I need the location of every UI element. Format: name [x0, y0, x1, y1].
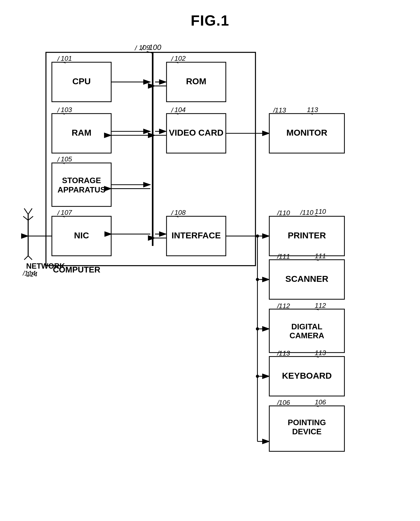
svg-text:/: / [277, 349, 280, 357]
svg-text:110: 110 [315, 208, 326, 215]
svg-text:POINTING: POINTING [288, 418, 326, 427]
svg-text:111: 111 [279, 253, 290, 260]
svg-point-33 [256, 327, 259, 330]
svg-rect-42 [269, 309, 345, 352]
svg-line-49 [28, 216, 33, 220]
svg-text:111: 111 [315, 252, 326, 260]
svg-text:COMPUTER: COMPUTER [53, 265, 100, 274]
svg-rect-12 [52, 216, 111, 256]
svg-rect-39 [269, 113, 345, 153]
svg-text:/: / [22, 269, 25, 277]
svg-line-47 [28, 208, 32, 214]
svg-text:113: 113 [279, 349, 290, 357]
svg-text:114: 114 [24, 269, 36, 277]
svg-text:/: / [171, 209, 174, 217]
svg-text:STORAGE: STORAGE [62, 176, 101, 185]
svg-text:/: / [57, 156, 60, 163]
svg-line-85 [175, 216, 178, 217]
svg-text:112: 112 [315, 302, 326, 309]
svg-rect-7 [52, 62, 111, 102]
svg-text:DEVICE: DEVICE [292, 427, 322, 436]
svg-text:NIC: NIC [74, 230, 89, 240]
svg-line-94 [315, 309, 319, 310]
svg-text:INTERFACE: INTERFACE [172, 230, 221, 240]
svg-line-92 [315, 259, 319, 261]
svg-text:/: / [273, 107, 276, 114]
svg-text:DIGITAL: DIGITAL [291, 322, 322, 331]
svg-text:105: 105 [61, 155, 72, 163]
svg-rect-41 [269, 260, 345, 299]
svg-text:107: 107 [61, 209, 72, 216]
svg-text:/: / [277, 209, 280, 217]
svg-line-87 [147, 51, 152, 53]
svg-line-98 [315, 405, 319, 407]
svg-text:VIDEO CARD: VIDEO CARD [169, 128, 224, 138]
svg-line-77 [62, 113, 65, 115]
svg-text:CAMERA: CAMERA [290, 331, 324, 340]
page-title: FIG.1 [0, 0, 420, 29]
svg-line-79 [175, 113, 178, 115]
svg-line-81 [62, 163, 65, 164]
svg-rect-13 [166, 216, 226, 256]
svg-point-31 [256, 278, 259, 281]
svg-line-73 [62, 62, 66, 63]
svg-text:PRINTER: PRINTER [288, 230, 326, 240]
svg-text:ROM: ROM [186, 76, 206, 86]
svg-text:113: 113 [307, 106, 318, 113]
svg-text:112: 112 [279, 302, 290, 310]
svg-text:/110: /110 [300, 209, 314, 216]
svg-text:NETWORK: NETWORK [26, 262, 65, 270]
svg-text:100: 100 [149, 43, 161, 51]
svg-text:/: / [57, 55, 60, 63]
svg-text:109: 109 [139, 44, 150, 51]
svg-text:113: 113 [315, 349, 326, 357]
svg-line-51 [28, 256, 32, 260]
svg-line-50 [24, 256, 28, 260]
svg-text:103: 103 [61, 106, 72, 113]
svg-text:MONITOR: MONITOR [286, 128, 327, 138]
svg-line-100 [310, 113, 313, 115]
svg-line-46 [24, 208, 28, 214]
svg-text:/: / [277, 399, 280, 406]
svg-text:/: / [277, 302, 280, 310]
svg-rect-40 [269, 216, 345, 256]
svg-text:106: 106 [315, 398, 326, 406]
svg-point-35 [256, 374, 259, 378]
svg-text:104: 104 [174, 106, 186, 113]
svg-line-75 [175, 62, 178, 63]
svg-line-48 [23, 216, 28, 220]
svg-text:APPARATUS: APPARATUS [58, 185, 105, 194]
svg-text:110: 110 [279, 209, 290, 217]
svg-text:108: 108 [174, 209, 186, 216]
svg-text:RAM: RAM [72, 128, 91, 138]
svg-text:/: / [277, 253, 280, 260]
svg-rect-9 [52, 113, 111, 153]
svg-text:101: 101 [61, 55, 72, 62]
svg-text:KEYBOARD: KEYBOARD [282, 371, 332, 381]
svg-text:/: / [57, 106, 60, 114]
svg-text:102: 102 [174, 55, 186, 62]
svg-text:/: / [141, 44, 144, 52]
svg-text:/: / [171, 55, 174, 63]
svg-text:/: / [135, 44, 138, 52]
svg-text:CPU: CPU [72, 76, 91, 86]
svg-line-71 [147, 51, 153, 53]
svg-line-96 [315, 356, 319, 358]
svg-rect-10 [166, 113, 226, 153]
svg-rect-11 [52, 163, 111, 206]
svg-line-83 [62, 216, 65, 217]
svg-text:113: 113 [275, 107, 286, 114]
svg-rect-5 [46, 52, 255, 266]
svg-text:106: 106 [279, 399, 290, 406]
svg-rect-8 [166, 62, 226, 102]
svg-point-29 [256, 235, 259, 238]
svg-text:114: 114 [26, 271, 38, 278]
svg-rect-43 [269, 357, 345, 396]
svg-line-90 [315, 215, 319, 217]
svg-rect-44 [269, 406, 345, 451]
svg-text:/: / [57, 209, 60, 217]
svg-text:SCANNER: SCANNER [285, 274, 328, 284]
svg-text:/: / [171, 106, 174, 114]
